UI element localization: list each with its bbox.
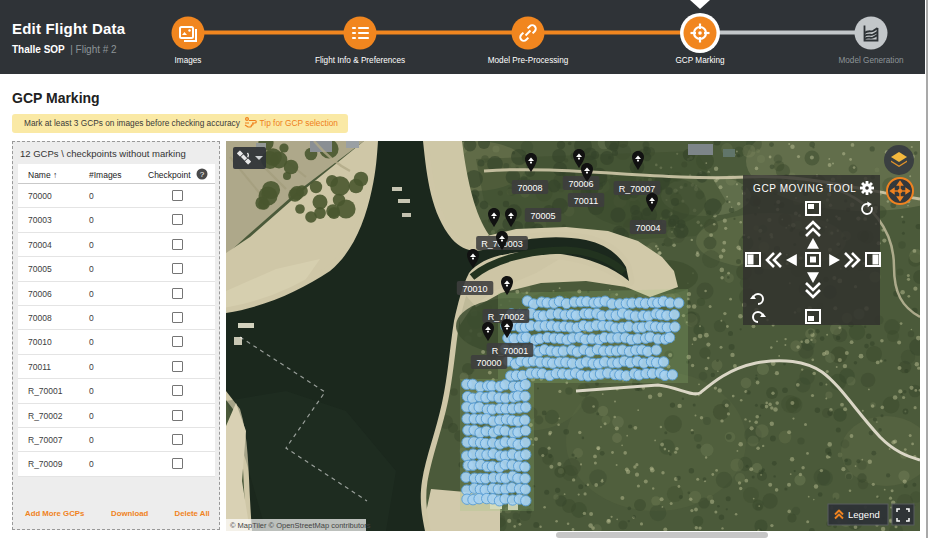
svg-text:R_70001: R_70001 (492, 346, 529, 356)
svg-text:R_70007: R_70007 (619, 184, 656, 194)
svg-text:70000: 70000 (476, 358, 501, 368)
svg-text:?: ? (200, 170, 205, 179)
svg-text:GCP MOVING TOOL: GCP MOVING TOOL (753, 183, 856, 194)
svg-text:70011: 70011 (574, 196, 598, 206)
svg-text:© MapTiler © OpenStreetMap con: © MapTiler © OpenStreetMap contributors (230, 521, 371, 530)
svg-text:70005: 70005 (530, 211, 555, 221)
svg-text:70006: 70006 (568, 179, 593, 189)
svg-text:70008: 70008 (517, 183, 542, 193)
svg-text:70010: 70010 (462, 284, 487, 294)
svg-text:Legend: Legend (848, 509, 880, 520)
svg-text:70004: 70004 (635, 223, 660, 233)
